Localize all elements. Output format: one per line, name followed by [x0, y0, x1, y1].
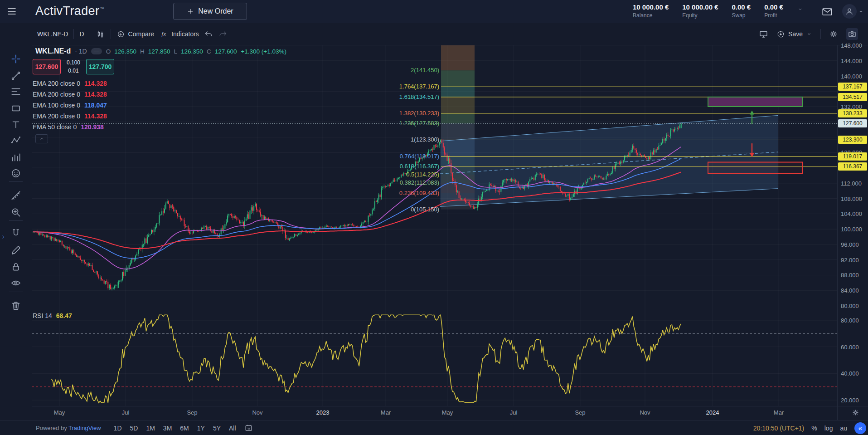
fib-retracement-tool[interactable]	[10, 86, 22, 98]
indicator-row[interactable]: EMA 50 close 0120.938	[33, 122, 107, 132]
account-equity: 10 000.00 €Equity	[682, 3, 718, 19]
candle-style-button[interactable]	[96, 29, 105, 39]
range-button-5d[interactable]: 5D	[126, 424, 142, 433]
magnet-tool[interactable]	[10, 228, 22, 239]
account-label: Profit	[764, 12, 783, 19]
compare-icon	[116, 30, 125, 39]
account-value: 0.00 €	[732, 3, 751, 11]
panel-expander[interactable]	[0, 231, 6, 243]
measure-tool[interactable]	[10, 190, 22, 201]
tradingview-link[interactable]: TradingView	[68, 425, 101, 431]
ohlc-key: L	[174, 48, 178, 55]
range-button-1d[interactable]: 1D	[110, 424, 126, 433]
auto-scale-button[interactable]: au	[840, 425, 847, 432]
time-axis-label: Mar	[375, 409, 397, 416]
undo-button[interactable]	[204, 30, 213, 39]
range-button-6m[interactable]: 6M	[176, 424, 192, 433]
axis-settings-gear-icon[interactable]	[852, 409, 859, 416]
bottom-toolbar: Powered by TradingView 1D5D1M3M6M1Y5YAll…	[0, 420, 868, 435]
range-button-3m[interactable]: 3M	[160, 424, 175, 433]
rsi-pane[interactable]	[32, 306, 837, 406]
indicator-value: 114.328	[84, 80, 107, 87]
chevron-right-icon	[0, 234, 6, 240]
ohlc-value: 127.850	[148, 48, 170, 55]
goto-date-button[interactable]	[244, 424, 253, 432]
indicator-row[interactable]: EMA 200 close 0114.328	[33, 89, 107, 100]
user-menu[interactable]	[842, 4, 864, 19]
price-axis-label: 148.000	[841, 42, 862, 49]
range-button-5y[interactable]: 5Y	[209, 424, 224, 433]
rsi-axis-label: 20.000	[841, 397, 859, 404]
delete-tool[interactable]	[10, 300, 22, 312]
drawing-toolbar	[0, 23, 32, 420]
percent-scale-button[interactable]: %	[811, 425, 817, 432]
mail-icon[interactable]	[821, 6, 833, 18]
zoom-tool[interactable]	[10, 206, 22, 218]
indicator-name: EMA 50 close 0	[33, 123, 77, 131]
buy-button[interactable]: 127.700	[86, 59, 114, 74]
indicators-label: Indicators	[171, 30, 199, 38]
multichart-layout-button[interactable]	[759, 29, 768, 39]
collapse-panel-button[interactable]: «	[854, 422, 866, 434]
price-chart[interactable]	[32, 45, 837, 306]
legend-symbol[interactable]: WKL.NE-d	[35, 47, 71, 55]
plus-icon	[187, 8, 194, 15]
ohlc-values: O126.350H127.850L126.350C127.600	[106, 48, 237, 55]
settings-gear-icon[interactable]	[829, 29, 838, 39]
pane-divider[interactable]	[32, 306, 868, 306]
crosshair-tool[interactable]	[10, 53, 22, 65]
clock: 20:10:50 (UTC+1)	[753, 425, 804, 432]
compare-label: Compare	[128, 30, 155, 38]
symbol-name[interactable]: WKL.NE-D	[37, 30, 68, 38]
indicator-legend: EMA 200 close 0114.328EMA 200 close 0114…	[33, 78, 107, 132]
indicator-row[interactable]: EMA 200 close 0114.328	[33, 78, 107, 89]
legend-collapse-chip[interactable]: —	[91, 48, 102, 54]
pattern-tool[interactable]	[10, 135, 22, 147]
chevron-up-icon	[39, 136, 45, 142]
indicator-row[interactable]: EMA 100 close 0118.047	[33, 100, 107, 111]
draw-tool[interactable]	[10, 244, 22, 256]
compare-button[interactable]: Compare	[116, 30, 155, 39]
indicator-name: EMA 200 close 0	[33, 112, 80, 120]
account-stats: 10 000.00 €Balance10 000.00 €Equity0.00 …	[633, 3, 804, 19]
rsi-value: 68.47	[56, 312, 72, 319]
lock-tool[interactable]	[10, 261, 22, 273]
emoji-tool[interactable]	[10, 167, 22, 179]
shapes-tool[interactable]	[10, 103, 22, 114]
chart-legend: WKL.NE-d · 1D — O126.350H127.850L126.350…	[35, 47, 286, 55]
account-label: Swap	[732, 12, 751, 19]
redo-button[interactable]	[218, 30, 227, 39]
range-button-1y[interactable]: 1Y	[194, 424, 209, 433]
text-tool[interactable]	[10, 119, 22, 131]
menu-icon[interactable]	[6, 6, 17, 17]
range-button-1m[interactable]: 1M	[142, 424, 158, 433]
powered-by: Powered by TradingView	[36, 425, 101, 431]
avatar	[842, 4, 857, 19]
rsi-axis-label: 40.000	[841, 370, 859, 377]
indicators-button[interactable]: ƒx Indicators	[160, 30, 199, 39]
hide-tool[interactable]	[10, 277, 22, 289]
sell-button[interactable]: 127.600	[33, 59, 61, 74]
log-scale-button[interactable]: log	[824, 425, 833, 432]
time-axis-label: Nov	[247, 409, 268, 416]
time-axis-label: Mar	[768, 409, 790, 416]
snapshot-camera-icon[interactable]	[846, 28, 858, 40]
spread-lot[interactable]: 0.100 0.01	[61, 59, 86, 74]
save-button[interactable]: Save	[776, 30, 812, 39]
time-axis[interactable]: MayJulSepNov2023MarMayJulSepNov2024Mar	[32, 406, 837, 420]
chevron-down-icon	[858, 8, 864, 15]
range-button-all[interactable]: All	[225, 424, 240, 433]
forecast-tool[interactable]	[10, 152, 22, 163]
indicator-row[interactable]: EMA 200 close 0114.328	[33, 111, 107, 122]
new-order-button[interactable]: New Order	[173, 3, 247, 20]
account-dropdown-caret[interactable]	[797, 6, 804, 13]
interval-button[interactable]: D	[79, 30, 84, 38]
toolbar-divider	[820, 29, 821, 39]
price-axis-label: 108.000	[841, 196, 862, 202]
price-axis[interactable]: 148.000144.000140.000132.000120.000112.0…	[837, 45, 868, 420]
legend-collapse-button[interactable]	[35, 134, 48, 143]
toolbar-divider	[9, 292, 23, 292]
trend-line-tool[interactable]	[10, 70, 22, 82]
account-label: Equity	[682, 12, 718, 19]
range-buttons: 1D5D1M3M6M1Y5YAll	[110, 424, 240, 433]
